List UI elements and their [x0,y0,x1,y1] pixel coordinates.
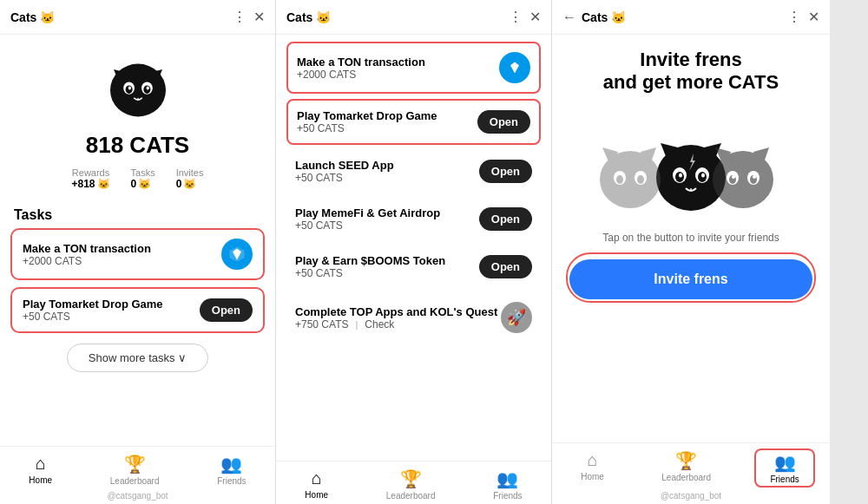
more-options-icon-p3[interactable]: ⋮ [787,9,801,25]
svg-point-8 [146,87,148,90]
p2-task-topapps-info: Complete TOP Apps and KOL's Quest +750 C… [295,305,497,331]
panel1-topbar: Cats 🐱 ⋮ ✕ [0,0,275,35]
p2-open-memefi[interactable]: Open [479,207,532,231]
p2-task-tomarket-info: Play Tomarket Drop Game +50 CATS [297,109,437,134]
leaderboard-icon: 🏆 [124,454,146,475]
stats-row: Rewards +818 🐱 Tasks 0 🐱 Invites 0 🐱 [0,162,275,200]
friends-icon-p2: 👥 [496,468,518,489]
stat-tasks: Tasks 0 🐱 [131,167,155,190]
p2-task-topapps[interactable]: Complete TOP Apps and KOL's Quest +750 C… [286,293,541,342]
task-info-ton: Make a TON transaction +2000 CATS [23,242,151,267]
panel3-content: Invite frensand get more CATS [552,35,830,442]
p2-task-ton[interactable]: Make a TON transaction +2000 CATS [286,42,541,94]
panel1-title: Cats 🐱 [10,10,233,24]
p2-ton-button[interactable] [499,52,530,83]
svg-point-29 [732,175,735,179]
nav-home-p3[interactable]: ⌂ Home [567,448,618,488]
panel-tasks: Cats 🐱 ⋮ ✕ Make a TON transaction +2000 … [276,0,552,504]
panel1-bottom-nav: ⌂ Home 🏆 Leaderboard 👥 Friends [0,446,275,489]
panel-home: Cats 🐱 ⋮ ✕ 818 CATS Rewards +818 [0,0,276,504]
nav-leaderboard-p2[interactable]: 🏆 Leaderboard [372,467,450,502]
panel3-title: Cats 🐱 [582,10,787,24]
nav-home-p2[interactable]: ⌂ Home [291,467,342,502]
p2-open-booms[interactable]: Open [479,255,532,278]
home-icon-p2: ⌂ [312,468,322,488]
close-icon[interactable]: ✕ [253,9,265,25]
bot-label-p1: @catsgang_bot [0,489,275,504]
panel3-bottom-nav: ⌂ Home 🏆 Leaderboard 👥 Friends [552,442,830,489]
leaderboard-icon-p2: 🏆 [400,468,422,489]
invite-title: Invite frensand get more CATS [603,49,779,95]
show-more-tasks-button[interactable]: Show more tasks ∨ [67,344,208,372]
nav-home-p1[interactable]: ⌂ Home [15,452,66,488]
friends-icon-p3: 👥 [774,452,796,473]
home-icon: ⌂ [36,454,46,474]
open-button-tomarket[interactable]: Open [200,298,253,322]
panel2-bottom-nav: ⌂ Home 🏆 Leaderboard 👥 Friends [276,461,551,504]
svg-point-7 [128,87,130,90]
nav-friends-p3[interactable]: 👥 Friends [754,448,814,488]
p2-task-booms-info: Play & Earn $BOOMS Token +50 CATS [295,254,445,279]
panel2-actions: ⋮ ✕ [509,9,541,25]
stat-invites: Invites 0 🐱 [176,167,204,190]
p2-task-tomarket[interactable]: Play Tomarket Drop Game +50 CATS Open [286,99,541,145]
panel-invite: ← Cats 🐱 ⋮ ✕ Invite frensand get more CA… [552,0,830,504]
p2-task-memefi-info: Play MemeFi & Get Airdrop +50 CATS [295,206,440,232]
ton-button[interactable] [221,239,253,270]
more-options-icon[interactable]: ⋮ [233,9,247,25]
p2-task-ton-info: Make a TON transaction +2000 CATS [297,56,425,81]
svg-marker-11 [510,62,519,74]
invite-cats-image [595,108,786,221]
back-icon[interactable]: ← [562,10,576,25]
tasks-section-title: Tasks [0,200,275,228]
panel3-topbar: ← Cats 🐱 ⋮ ✕ [552,0,830,35]
p2-task-booms[interactable]: Play & Earn $BOOMS Token +50 CATS Open [286,245,541,288]
nav-friends-p2[interactable]: 👥 Friends [479,467,536,502]
p2-task-seed[interactable]: Launch SEED App +50 CATS Open [286,150,541,193]
svg-point-20 [701,173,705,177]
p2-launch-topapps[interactable]: 🚀 [501,302,532,333]
svg-point-19 [679,173,682,177]
tap-hint: Tap on the button to invite your friends [602,232,779,244]
bot-label-p3: @catsgang_bot [552,489,830,504]
cat-avatar [0,35,275,128]
p2-open-tomarket[interactable]: Open [477,110,530,134]
close-icon-p3[interactable]: ✕ [808,9,819,25]
balance-display: 818 CATS [0,128,275,162]
invite-btn-wrapper: Invite frens [566,252,816,303]
task-list-panel2: Make a TON transaction +2000 CATS Play T… [276,35,551,461]
task-item-ton[interactable]: Make a TON transaction +2000 CATS [10,228,265,280]
panel1-actions: ⋮ ✕ [233,9,265,25]
nav-leaderboard-p1[interactable]: 🏆 Leaderboard [96,452,174,488]
nav-leaderboard-p3[interactable]: 🏆 Leaderboard [648,448,725,488]
task-list-panel1: Make a TON transaction +2000 CATS Play T… [0,228,275,333]
p2-task-seed-info: Launch SEED App +50 CATS [295,159,394,184]
svg-point-30 [753,175,756,179]
task-item-tomarket[interactable]: Play Tomarket Drop Game +50 CATS Open [10,287,265,333]
svg-point-36 [616,175,623,184]
svg-point-37 [637,175,644,184]
cats-group-svg [595,108,786,221]
ton-icon-p2 [506,59,523,76]
panel2-title: Cats 🐱 [286,10,509,24]
friends-icon: 👥 [220,454,242,475]
panel3-actions: ⋮ ✕ [787,9,819,25]
panel2-topbar: Cats 🐱 ⋮ ✕ [276,0,551,35]
home-icon-p3: ⌂ [588,450,598,470]
nav-friends-p1[interactable]: 👥 Friends [203,452,260,488]
p2-task-memefi[interactable]: Play MemeFi & Get Airdrop +50 CATS Open [286,198,541,240]
invite-frens-button[interactable]: Invite frens [569,259,812,299]
close-icon-p2[interactable]: ✕ [529,9,541,25]
more-options-icon-p2[interactable]: ⋮ [509,9,523,25]
p2-open-seed[interactable]: Open [479,160,532,183]
cat-face-svg [103,52,173,121]
leaderboard-icon-p3: 🏆 [675,450,697,471]
task-info-tomarket: Play Tomarket Drop Game +50 CATS [23,298,163,323]
ton-icon [228,245,246,263]
stat-rewards: Rewards +818 🐱 [72,167,110,190]
